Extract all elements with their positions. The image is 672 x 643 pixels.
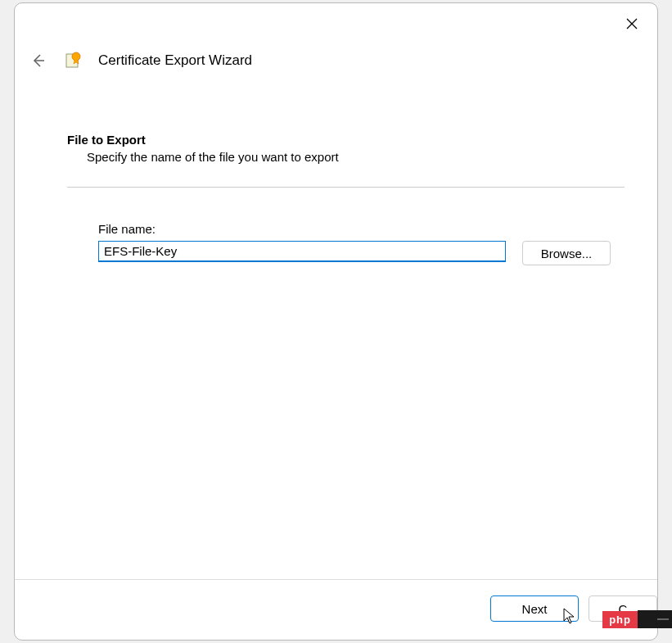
- wizard-dialog: Certificate Export Wizard File to Export…: [14, 2, 658, 641]
- php-badge: php: [602, 610, 672, 628]
- certificate-wizard-icon: [64, 52, 82, 70]
- php-badge-dark: [638, 610, 672, 628]
- browse-button[interactable]: Browse...: [522, 241, 611, 265]
- close-icon: [626, 18, 638, 29]
- content-divider: [67, 187, 625, 188]
- next-button[interactable]: Next: [490, 595, 579, 622]
- next-button-label: Next: [522, 602, 548, 616]
- wizard-title: Certificate Export Wizard: [98, 52, 252, 69]
- header-row: Certificate Export Wizard: [28, 51, 252, 70]
- file-name-label: File name:: [98, 222, 625, 236]
- svg-point-4: [72, 52, 80, 61]
- back-button[interactable]: [28, 51, 47, 70]
- close-button[interactable]: [623, 15, 641, 33]
- back-arrow-icon: [30, 53, 45, 68]
- file-name-field-group: File name: Browse...: [98, 222, 625, 265]
- section-description: Specify the name of the file you want to…: [87, 150, 625, 164]
- php-badge-text: php: [602, 611, 638, 628]
- input-row: Browse...: [98, 241, 625, 265]
- section-heading: File to Export: [67, 133, 625, 147]
- footer-divider: [15, 579, 657, 580]
- file-name-input[interactable]: [98, 241, 506, 262]
- content-area: File to Export Specify the name of the f…: [67, 133, 625, 265]
